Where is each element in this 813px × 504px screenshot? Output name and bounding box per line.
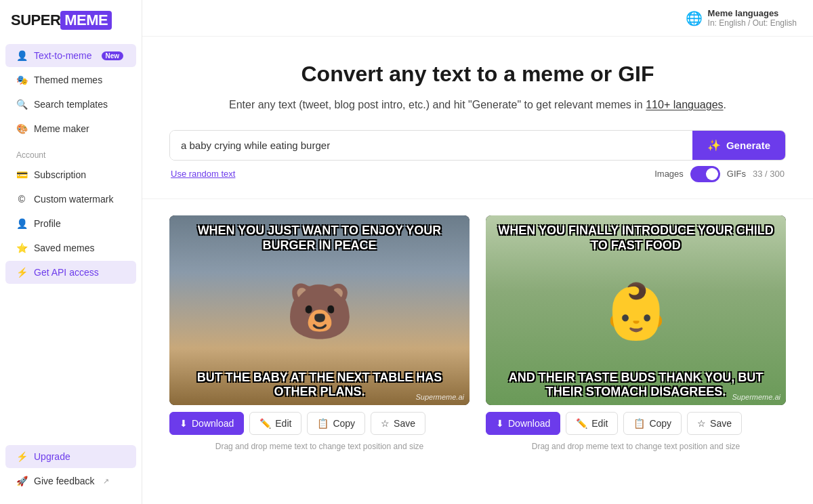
hero-description: Enter any text (tweet, blog post intro, … (169, 96, 786, 114)
watermark-icon: © (16, 194, 27, 205)
meme-text-bottom-2: AND THEIR TASTE BUDS THANK YOU, BUT THEI… (493, 371, 779, 400)
save-icon-1: ☆ (381, 418, 390, 429)
copy-icon-1: 📋 (317, 418, 329, 429)
search-icon: 🔍 (16, 99, 27, 110)
meme-text-top-1: WHEN YOU JUST WANT TO ENJOY YOUR BURGER … (176, 224, 463, 253)
save-icon-2: ☆ (697, 418, 706, 429)
count-display: 33 / 300 (753, 169, 785, 179)
feedback-icon: 🚀 (16, 476, 27, 486)
edit-button-1[interactable]: ✏️ Edit (249, 412, 301, 435)
meme-card-1: WHEN YOU JUST WANT TO ENJOY YOUR BURGER … (169, 215, 470, 451)
nav-item-text-to-meme[interactable]: 👤 Text-to-meme New (5, 44, 136, 67)
logo-area: SUPER MEME (0, 11, 142, 43)
images-label: Images (654, 169, 684, 179)
profile-icon: 👤 (16, 218, 27, 229)
nav-item-subscription[interactable]: 💳 Subscription (5, 163, 136, 186)
input-options: Use random text Images GIFs 33 / 300 (169, 161, 786, 182)
edit-button-2[interactable]: ✏️ Edit (566, 412, 618, 435)
meme-visual-1: WHEN YOU JUST WANT TO ENJOY YOUR BURGER … (169, 215, 470, 405)
languages-link[interactable]: 110+ languages (646, 99, 723, 110)
meme-image-2: WHEN YOU FINALLY INTRODUCE YOUR CHILD TO… (486, 215, 786, 405)
input-area: ✨ Generate Use random text Images GIFs 3… (142, 130, 813, 193)
download-button-1[interactable]: ⬇ Download (169, 412, 244, 435)
meme-actions-1: ⬇ Download ✏️ Edit 📋 Copy ☆ Save (169, 412, 470, 435)
copy-icon-2: 📋 (633, 418, 645, 429)
logo[interactable]: SUPER MEME (11, 11, 131, 30)
nav-item-meme-maker[interactable]: 🎨 Meme maker (5, 117, 136, 140)
external-link-icon: ↗ (103, 477, 109, 486)
api-icon: ⚡ (16, 267, 27, 278)
themed-memes-icon: 🎭 (16, 75, 27, 85)
lang-subtitle: In: English / Out: English (708, 18, 797, 28)
input-row: ✨ Generate (169, 130, 786, 161)
saved-memes-icon: ⭐ (16, 243, 27, 253)
copy-button-2[interactable]: 📋 Copy (623, 412, 682, 435)
drag-hint-2: Drag and drop meme text to change text p… (486, 442, 786, 451)
generate-icon: ✨ (707, 139, 721, 152)
text-input[interactable] (170, 131, 692, 160)
logo-super: SUPER (11, 12, 60, 29)
meme-actions-2: ⬇ Download ✏️ Edit 📋 Copy ☆ Save (486, 412, 786, 435)
meme-figure-2: 👶 (493, 253, 779, 371)
lang-info: Meme languages In: English / Out: Englis… (708, 8, 797, 28)
meme-card-2: WHEN YOU FINALLY INTRODUCE YOUR CHILD TO… (486, 215, 786, 451)
nav-item-search-templates[interactable]: 🔍 Search templates (5, 93, 136, 116)
nav-item-get-api-access[interactable]: ⚡ Get API access (5, 261, 136, 284)
save-button-1[interactable]: ☆ Save (371, 412, 425, 435)
generate-button[interactable]: ✨ Generate (692, 131, 785, 160)
meme-text-top-2: WHEN YOU FINALLY INTRODUCE YOUR CHILD TO… (493, 224, 779, 253)
language-selector[interactable]: 🌐 Meme languages In: English / Out: Engl… (686, 8, 797, 28)
random-text-link[interactable]: Use random text (171, 169, 235, 179)
meme-text-bottom-1: BUT THE BABY AT THE NEXT TABLE HAS OTHER… (176, 371, 463, 400)
copy-button-1[interactable]: 📋 Copy (307, 412, 365, 435)
toggle-area: Images GIFs 33 / 300 (654, 166, 785, 182)
hero-title: Convert any text to a meme or GIF (169, 61, 786, 87)
text-to-meme-icon: 👤 (16, 50, 27, 61)
nav-item-saved-memes[interactable]: ⭐ Saved memes (5, 236, 136, 259)
images-gifs-toggle[interactable] (690, 166, 720, 182)
meme-grid: WHEN YOU JUST WANT TO ENJOY YOUR BURGER … (142, 205, 813, 478)
top-bar: 🌐 Meme languages In: English / Out: Engl… (142, 0, 813, 37)
gifs-label: GIFs (727, 169, 746, 179)
download-icon-2: ⬇ (496, 418, 504, 429)
nav-item-give-feedback[interactable]: 🚀 Give feedback ↗ (5, 469, 136, 492)
main-content: 🌐 Meme languages In: English / Out: Engl… (142, 0, 813, 504)
translate-icon: 🌐 (686, 10, 703, 26)
download-icon-1: ⬇ (180, 418, 188, 429)
divider (142, 198, 813, 199)
account-section-label: Account (0, 141, 142, 163)
meme-image-1: WHEN YOU JUST WANT TO ENJOY YOUR BURGER … (169, 215, 470, 405)
nav-item-upgrade[interactable]: ⚡ Upgrade (5, 445, 136, 468)
logo-meme: MEME (60, 11, 112, 30)
nav-item-profile[interactable]: 👤 Profile (5, 212, 136, 235)
subscription-icon: 💳 (16, 169, 27, 180)
nav-item-custom-watermark[interactable]: © Custom watermark (5, 188, 136, 211)
save-button-2[interactable]: ☆ Save (687, 412, 742, 435)
upgrade-icon: ⚡ (16, 451, 27, 462)
meme-maker-icon: 🎨 (16, 123, 27, 134)
meme-figure-1: 🐻 (176, 253, 463, 371)
sidebar: SUPER MEME 👤 Text-to-meme New 🎭 Themed m… (0, 0, 142, 504)
lang-title: Meme languages (708, 8, 797, 18)
meme-visual-2: WHEN YOU FINALLY INTRODUCE YOUR CHILD TO… (486, 215, 786, 405)
edit-icon-1: ✏️ (259, 418, 271, 429)
nav-item-themed-memes[interactable]: 🎭 Themed memes (5, 68, 136, 91)
download-button-2[interactable]: ⬇ Download (486, 412, 560, 435)
edit-icon-2: ✏️ (576, 418, 587, 429)
hero-section: Convert any text to a meme or GIF Enter … (142, 37, 813, 130)
drag-hint-1: Drag and drop meme text to change text p… (169, 442, 470, 451)
